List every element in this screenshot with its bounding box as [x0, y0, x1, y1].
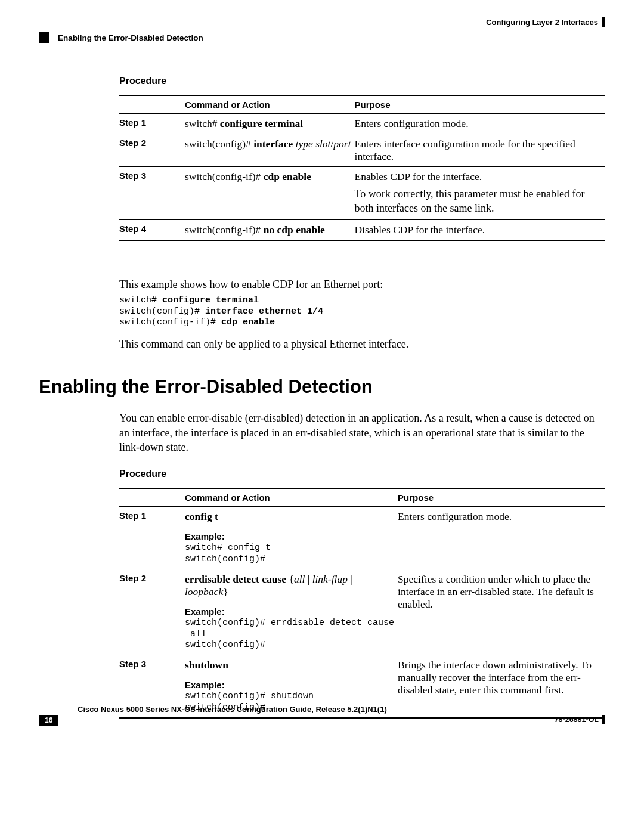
cmd-prompt: switch# — [185, 117, 220, 129]
cmd-text: config t — [185, 510, 394, 523]
example-intro: This example shows how to enable CDP for… — [119, 277, 605, 292]
col-command: Command or Action — [185, 488, 398, 507]
table-row: Step 2 errdisable detect cause {all | li… — [119, 569, 605, 655]
step-label: Step 4 — [119, 219, 185, 240]
step-label: Step 2 — [119, 569, 185, 655]
example-note: This command can only be applied to a ph… — [119, 337, 605, 351]
section-marker — [39, 32, 49, 43]
cmd-arg: port — [333, 138, 351, 150]
cmd-arg: all — [294, 573, 305, 585]
example-label: Example: — [185, 531, 394, 541]
purpose-text: Enters interface configuration mode for … — [355, 134, 605, 167]
cmd-prompt: switch(config-if)# — [185, 224, 264, 236]
step-label: Step 1 — [119, 507, 185, 569]
section-title: Enabling the Error-Disabled Detection — [58, 33, 203, 42]
col-purpose: Purpose — [398, 488, 605, 507]
cmd-text: no cdp enable — [264, 224, 325, 236]
step-label: Step 1 — [119, 114, 185, 134]
footer-title: Cisco Nexus 5000 Series NX-OS Interfaces… — [78, 705, 605, 714]
code-example: switch(config)# errdisable detect cause … — [185, 618, 394, 651]
step-label: Step 3 — [119, 167, 185, 220]
cmd-text: shutdown — [185, 659, 394, 671]
purpose-text: Disables CDP for the interface. — [355, 219, 605, 240]
table-row: Step 2 switch(config)# interface type sl… — [119, 134, 605, 167]
table-row: Step 4 switch(config-if)# no cdp enable … — [119, 219, 605, 240]
purpose-text: Specifies a condition under which to pla… — [398, 569, 605, 655]
header-marker — [602, 17, 605, 27]
chapter-title: Configuring Layer 2 Interfaces — [486, 17, 605, 27]
cmd-text: errdisable detect cause — [185, 573, 286, 585]
step-label: Step 2 — [119, 134, 185, 167]
purpose-text: To work correctly, this parameter must b… — [355, 187, 602, 216]
code-example: switch# configure terminal switch(config… — [119, 295, 605, 329]
procedure-table-1: Command or Action Purpose Step 1 switch#… — [119, 95, 605, 241]
page-number: 16 — [39, 715, 58, 726]
table-row: Step 1 switch# configure terminal Enters… — [119, 114, 605, 134]
cmd-arg: type slot — [293, 138, 330, 150]
footer-marker — [602, 715, 605, 724]
purpose-text: Enters configuration mode. — [355, 114, 605, 134]
purpose-text: Enters configuration mode. — [398, 507, 605, 569]
procedure-table-2: Command or Action Purpose Step 1 config … — [119, 488, 605, 718]
cmd-text: cdp enable — [264, 171, 311, 182]
cmd-text: interface — [253, 138, 293, 150]
code-example: switch# config t switch(config)# — [185, 543, 394, 565]
procedure-heading: Procedure — [119, 469, 605, 479]
example-label: Example: — [185, 606, 394, 617]
page-heading: Enabling the Error-Disabled Detection — [39, 376, 605, 398]
cmd-prompt: switch(config)# — [185, 138, 253, 150]
example-label: Example: — [185, 680, 394, 690]
col-purpose: Purpose — [355, 95, 605, 114]
procedure-heading: Procedure — [119, 76, 605, 86]
cmd-prompt: switch(config-if)# — [185, 171, 264, 182]
col-step — [119, 95, 185, 114]
table-row: Step 1 config t Example: switch# config … — [119, 507, 605, 569]
doc-number: 78-26881-OL — [555, 715, 605, 724]
cmd-arg: link-flap — [312, 573, 348, 585]
purpose-text: Enables CDP for the interface. — [355, 171, 602, 183]
cmd-text: configure terminal — [220, 117, 303, 129]
page-footer: Cisco Nexus 5000 Series NX-OS Interfaces… — [39, 702, 605, 726]
cmd-arg: loopback — [185, 586, 223, 597]
table-row: Step 3 switch(config-if)# cdp enable Ena… — [119, 167, 605, 220]
section-intro: You can enable error-disable (err-disabl… — [119, 411, 605, 454]
col-command: Command or Action — [185, 95, 355, 114]
col-step — [119, 488, 185, 507]
